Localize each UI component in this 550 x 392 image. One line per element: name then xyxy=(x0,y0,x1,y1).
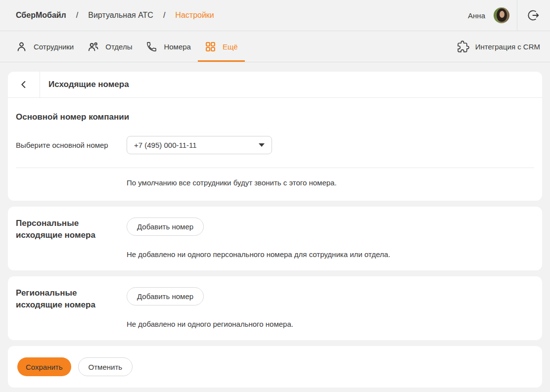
topbar-right: Анна xyxy=(468,0,550,31)
tab-label: Отделы xyxy=(105,43,132,51)
actions-card: Сохранить Отменить xyxy=(8,346,542,388)
cancel-button[interactable]: Отменить xyxy=(78,357,133,376)
grid-icon xyxy=(205,41,216,52)
user-avatar[interactable] xyxy=(494,7,509,23)
breadcrumb-separator: / xyxy=(163,11,165,20)
chevron-left-icon xyxy=(18,79,29,90)
main-number-heading: Основной номер компании xyxy=(16,98,534,122)
puzzle-icon xyxy=(457,41,469,53)
tab-numbers[interactable]: Номера xyxy=(139,31,198,62)
main-number-helper: По умолчанию все сотрудники будут звонит… xyxy=(16,168,534,201)
page-header: Исходящие номера xyxy=(8,72,542,98)
crm-label: Интеграция с CRM xyxy=(475,43,540,51)
main-number-body: Основной номер компании Выберите основно… xyxy=(8,98,542,201)
back-button[interactable] xyxy=(8,72,40,97)
page-title: Исходящие номера xyxy=(40,72,129,97)
people-icon xyxy=(88,41,99,52)
selected-number-value: +7 (495) 000-11-11 xyxy=(134,141,197,149)
tab-label: Ещё xyxy=(223,43,238,51)
logout-icon xyxy=(527,9,540,22)
regional-numbers-heading: Региональные исходящие номера xyxy=(16,287,105,311)
logout-button[interactable] xyxy=(517,0,550,31)
personal-numbers-card: Персональные исходящие номера Добавить н… xyxy=(8,207,542,270)
main-number-select[interactable]: +7 (495) 000-11-11 xyxy=(127,136,272,154)
regional-numbers-empty-text: Не добавлено ни одного регионального ном… xyxy=(127,320,534,328)
regional-numbers-card: Региональные исходящие номера Добавить н… xyxy=(8,276,542,340)
breadcrumb-item-sbermobile[interactable]: СберМобайл xyxy=(16,11,66,20)
user-name: Анна xyxy=(468,11,485,20)
add-personal-number-button[interactable]: Добавить номер xyxy=(127,218,204,236)
person-icon xyxy=(16,41,27,52)
tab-departments[interactable]: Отделы xyxy=(81,31,139,62)
top-bar: СберМобайл / Виртуальная АТС / Настройки… xyxy=(0,0,550,31)
breadcrumb-separator: / xyxy=(76,11,78,20)
personal-numbers-heading: Персональные исходящие номера xyxy=(16,218,105,241)
phone-icon xyxy=(146,41,157,52)
personal-numbers-empty-text: Не добавлено ни одного персонального ном… xyxy=(127,250,534,259)
tab-more[interactable]: Ещё xyxy=(198,31,245,62)
tab-employees[interactable]: Сотрудники xyxy=(9,31,81,62)
caret-down-icon xyxy=(259,143,265,147)
tab-bar: Сотрудники Отделы Номера xyxy=(0,31,550,62)
content-area: Исходящие номера Основной номер компании… xyxy=(0,62,550,388)
breadcrumb-item-virtual-ats[interactable]: Виртуальная АТС xyxy=(88,11,153,20)
save-button[interactable]: Сохранить xyxy=(17,357,71,376)
add-regional-number-button[interactable]: Добавить номер xyxy=(127,287,204,305)
breadcrumb-item-settings: Настройки xyxy=(175,11,214,20)
breadcrumb: СберМобайл / Виртуальная АТС / Настройки xyxy=(16,11,214,20)
crm-integration-link[interactable]: Интеграция с CRM xyxy=(457,31,540,62)
personal-numbers-body: Добавить номер Не добавлено ни одного пе… xyxy=(127,218,534,259)
main-number-card: Исходящие номера Основной номер компании… xyxy=(8,72,542,201)
main-number-row: Выберите основной номер +7 (495) 000-11-… xyxy=(16,136,534,154)
regional-numbers-body: Добавить номер Не добавлено ни одного ре… xyxy=(127,287,534,328)
tab-label: Номера xyxy=(164,43,191,51)
tab-label: Сотрудники xyxy=(34,43,74,51)
main-number-label: Выберите основной номер xyxy=(16,141,127,149)
